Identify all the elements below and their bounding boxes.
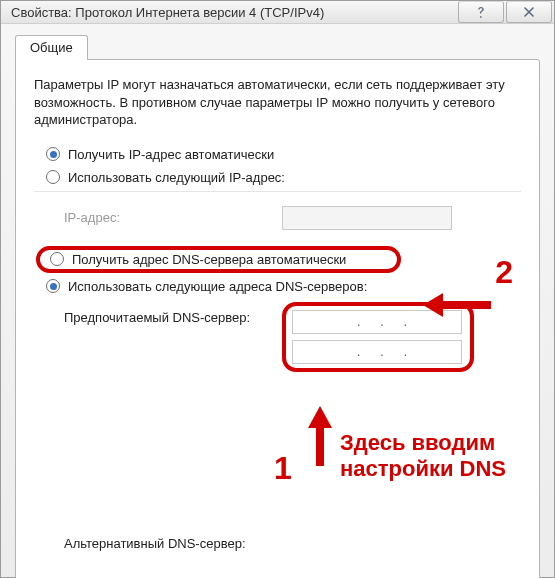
dns-manual-option[interactable]: Использовать следующие адреса DNS-сервер… <box>34 275 521 298</box>
dns-auto-label[interactable]: Получить адрес DNS-сервера автоматически <box>72 252 346 267</box>
titlebar-buttons <box>456 1 552 23</box>
window-title: Свойства: Протокол Интернета версии 4 (T… <box>11 5 456 20</box>
radio-icon <box>46 279 60 293</box>
radio-icon <box>50 252 64 266</box>
intro-text: Параметры IP могут назначаться автоматич… <box>34 76 521 129</box>
close-icon <box>523 6 535 18</box>
radio-icon <box>46 170 60 184</box>
close-button[interactable] <box>506 1 552 23</box>
tabpanel-general: Параметры IP могут назначаться автоматич… <box>15 59 540 578</box>
ip-manual-option[interactable]: Использовать следующий IP-адрес: <box>34 166 521 189</box>
dns-fields-group: Предпочитаемый DNS-сервер: Альтернативны… <box>34 298 521 578</box>
help-icon <box>474 5 488 19</box>
ipv4-properties-dialog: Свойства: Протокол Интернета версии 4 (T… <box>0 0 555 578</box>
tab-general[interactable]: Общие <box>15 35 88 60</box>
dns-preferred-label: Предпочитаемый DNS-сервер: <box>64 310 274 520</box>
ip-auto-option[interactable]: Получить IP-адрес автоматически <box>34 143 521 166</box>
dns-alternate-input[interactable] <box>292 340 462 364</box>
ip-address-label: IP-адрес: <box>64 210 274 225</box>
dns-preferred-input[interactable] <box>292 310 462 334</box>
dns-alternate-label: Альтернативный DNS-сервер: <box>64 536 274 578</box>
titlebar: Свойства: Протокол Интернета версии 4 (T… <box>1 1 554 24</box>
ip-auto-label: Получить IP-адрес автоматически <box>68 147 274 162</box>
client-area: Общие Параметры IP могут назначаться авт… <box>1 24 554 578</box>
ip-manual-label: Использовать следующий IP-адрес: <box>68 170 285 185</box>
dns-manual-label: Использовать следующие адреса DNS-сервер… <box>68 279 367 294</box>
tabstrip: Общие <box>15 35 540 60</box>
help-button[interactable] <box>458 1 504 23</box>
highlight-dns-fields <box>282 302 474 372</box>
ip-address-input <box>282 206 452 230</box>
ip-fields-group: IP-адрес: <box>34 191 521 240</box>
radio-icon <box>46 147 60 161</box>
ip-address-row: IP-адрес: <box>34 202 521 234</box>
highlight-dns-auto: Получить адрес DNS-сервера автоматически <box>36 246 401 273</box>
